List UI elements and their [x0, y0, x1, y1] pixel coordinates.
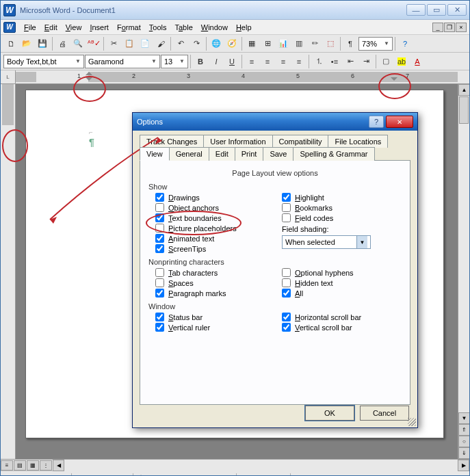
save-icon[interactable]: 💾: [35, 36, 50, 51]
textbox-icon[interactable]: 🅰: [202, 473, 217, 477]
help-icon[interactable]: ?: [397, 36, 413, 51]
chk-show-bookmarks[interactable]: Bookmarks: [275, 202, 402, 213]
menu-view[interactable]: View: [62, 22, 86, 33]
chk-show-screentips[interactable]: ScreenTips: [148, 243, 275, 254]
justify-icon[interactable]: ≡: [291, 54, 306, 69]
cancel-button[interactable]: Cancel: [360, 406, 409, 421]
scroll-right-icon[interactable]: ▶: [458, 460, 469, 471]
align-left-icon[interactable]: ≡: [244, 54, 259, 69]
field-shading-select[interactable]: When selected▼: [282, 235, 371, 249]
scroll-thumb[interactable]: [459, 96, 469, 124]
oval-icon[interactable]: ◯: [185, 473, 200, 477]
indent-marker-left-bottom[interactable]: [86, 77, 92, 81]
indent-marker-right[interactable]: [391, 77, 397, 81]
menu-format[interactable]: Format: [113, 22, 145, 33]
bullets-icon[interactable]: •≡: [327, 54, 342, 69]
horizontal-scrollbar[interactable]: ◀ ▶: [53, 460, 469, 471]
arrow-style-icon[interactable]: ⇄: [326, 473, 341, 477]
checkbox[interactable]: [155, 203, 164, 212]
tab-spelling[interactable]: Spelling & Grammar: [293, 147, 374, 161]
normal-view-icon[interactable]: ≡: [1, 460, 13, 471]
chk-np-tab-characters[interactable]: Tab characters: [148, 267, 275, 278]
checkbox[interactable]: [282, 203, 291, 212]
chk-show-text-boundaries[interactable]: Text boundaries: [148, 213, 275, 223]
print-icon[interactable]: 🖨: [55, 36, 70, 51]
drawing-icon[interactable]: ✏: [307, 36, 322, 51]
chk-win-vertical-ruler[interactable]: Vertical ruler: [148, 322, 275, 332]
checkbox[interactable]: [282, 213, 291, 222]
dialog-help-button[interactable]: ?: [369, 116, 384, 128]
doc-icon[interactable]: W: [3, 22, 16, 33]
browse-object-icon[interactable]: ○: [458, 436, 470, 447]
minimize-button[interactable]: —: [406, 4, 426, 16]
menu-table[interactable]: Table: [170, 22, 196, 33]
checkbox[interactable]: [155, 323, 164, 332]
checkbox[interactable]: [282, 278, 291, 287]
line-style-icon[interactable]: ≡: [293, 473, 309, 477]
menu-edit[interactable]: Edit: [40, 22, 62, 33]
chk-np-spaces[interactable]: Spaces: [148, 278, 275, 288]
vertical-ruler[interactable]: [1, 84, 16, 459]
align-right-icon[interactable]: ≡: [276, 54, 291, 69]
checkbox[interactable]: [155, 234, 164, 243]
chk-np-paragraph-marks[interactable]: Paragraph marks: [148, 288, 275, 298]
undo-icon[interactable]: ↶: [173, 36, 188, 51]
chk-show-picture-placeholders[interactable]: Picture placeholders: [148, 223, 275, 233]
mdi-restore[interactable]: ❐: [444, 23, 455, 32]
checkbox[interactable]: [155, 313, 164, 321]
checkbox[interactable]: [155, 213, 164, 222]
new-doc-icon[interactable]: 🗋: [3, 36, 18, 51]
tab-file-locations[interactable]: File Locations: [328, 135, 388, 148]
web-toolbar-icon[interactable]: 🧭: [224, 36, 239, 51]
font-color-icon[interactable]: A: [410, 54, 425, 69]
chk-np-all[interactable]: All: [275, 288, 402, 298]
open-icon[interactable]: 📂: [19, 36, 34, 51]
fill-color-icon[interactable]: 🪣: [239, 473, 254, 477]
insert-table-icon[interactable]: ⊞: [260, 36, 275, 51]
zoom-combo[interactable]: 73%▼: [358, 37, 393, 51]
mdi-minimize[interactable]: _: [432, 23, 443, 32]
columns-icon[interactable]: ▥: [291, 36, 306, 51]
online-view-icon[interactable]: ▤: [14, 460, 26, 471]
checkbox[interactable]: [282, 268, 291, 277]
tab-compatibility[interactable]: Compatibility: [272, 135, 329, 148]
indent-marker-left[interactable]: [86, 72, 92, 75]
chk-np-optional-hyphens[interactable]: Optional hyphens: [275, 267, 402, 278]
italic-icon[interactable]: I: [209, 54, 224, 69]
menu-insert[interactable]: Insert: [86, 22, 113, 33]
dialog-titlebar[interactable]: Options ? ✕: [133, 113, 417, 131]
arrow-icon[interactable]: ↘: [153, 473, 168, 477]
underline-icon[interactable]: U: [224, 54, 239, 69]
rectangle-icon[interactable]: ▭: [169, 473, 184, 477]
checkbox[interactable]: [282, 313, 291, 321]
tab-general[interactable]: General: [169, 147, 209, 161]
checkbox[interactable]: [155, 244, 164, 253]
horizontal-ruler[interactable]: 1 2 3 4 5 6 7: [16, 70, 458, 84]
font-combo[interactable]: Garamond▼: [85, 55, 160, 68]
outline-view-icon[interactable]: ⋮: [40, 460, 52, 471]
resize-grip-icon[interactable]: [408, 418, 416, 426]
tab-save[interactable]: Save: [263, 147, 293, 161]
paste-icon[interactable]: 📄: [138, 36, 153, 51]
checkbox[interactable]: [155, 278, 164, 287]
checkbox[interactable]: [155, 193, 164, 202]
tab-track-changes[interactable]: Track Changes: [140, 135, 204, 148]
cut-icon[interactable]: ✂: [106, 36, 121, 51]
bold-icon[interactable]: B: [193, 54, 208, 69]
tables-borders-icon[interactable]: ▦: [244, 36, 259, 51]
checkbox[interactable]: [282, 323, 291, 332]
checkbox[interactable]: [155, 224, 164, 233]
show-hide-icon[interactable]: ¶: [343, 36, 358, 51]
redo-icon[interactable]: ↷: [189, 36, 204, 51]
chk-show-animated-text[interactable]: Animated text: [148, 233, 275, 243]
menu-tools[interactable]: Tools: [145, 22, 171, 33]
hyperlink-icon[interactable]: 🌐: [209, 36, 224, 51]
menu-window[interactable]: Window: [197, 22, 232, 33]
chk-win-status-bar[interactable]: Status bar: [148, 312, 275, 322]
chk-show-drawings[interactable]: Drawings: [148, 192, 275, 202]
chk-win-vertical-scroll-bar[interactable]: Vertical scroll bar: [275, 322, 402, 332]
checkbox[interactable]: [282, 193, 291, 202]
maximize-button[interactable]: ▭: [427, 4, 446, 16]
outdent-icon[interactable]: ⇤: [343, 54, 358, 69]
tab-view[interactable]: View: [140, 147, 170, 161]
